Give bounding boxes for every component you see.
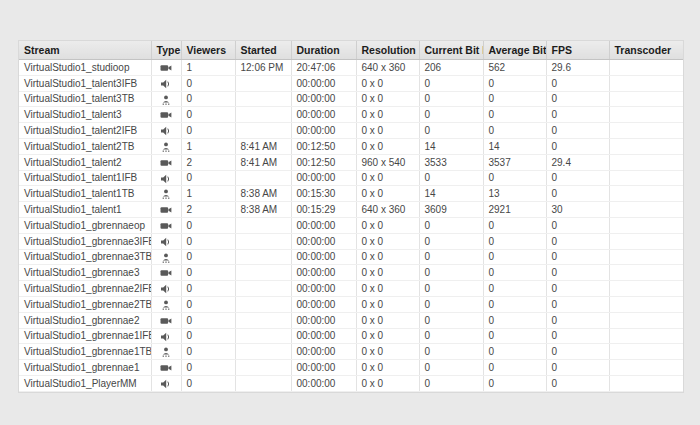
- cell-fps: 29.4: [546, 154, 609, 170]
- cell-started: [235, 91, 291, 107]
- cell-transcoder: [609, 328, 683, 344]
- table-row[interactable]: VirtualStudio1_gbrennae2IFB 0 00:00:00 0…: [19, 281, 683, 297]
- cell-current-bitrate: 0: [419, 233, 483, 249]
- cell-average-bitrate: 0: [483, 265, 546, 281]
- cell-started: [235, 107, 291, 123]
- cell-stream-type: [151, 217, 181, 233]
- cell-fps: 0: [546, 281, 609, 297]
- table-row[interactable]: VirtualStudio1_talent3TB 0 00:00:00 0 x …: [19, 91, 683, 107]
- cell-current-bitrate: 0: [419, 296, 483, 312]
- audio-speaker-icon: [160, 174, 172, 184]
- column-header-resolution[interactable]: Resolution: [356, 41, 419, 60]
- cell-viewers: 2: [181, 202, 235, 218]
- cell-resolution: 0 x 0: [356, 138, 419, 154]
- table-row[interactable]: VirtualStudio1_gbrennae1IFB 0 00:00:00 0…: [19, 328, 683, 344]
- table-row[interactable]: VirtualStudio1_gbrennae1 0 00:00:00 0 x …: [19, 360, 683, 376]
- cell-viewers: 2: [181, 154, 235, 170]
- cell-viewers: 0: [181, 312, 235, 328]
- video-camera-icon: [160, 158, 172, 168]
- column-header-viewers[interactable]: Viewers: [181, 41, 235, 60]
- cell-started: [235, 360, 291, 376]
- cell-stream-type: [151, 138, 181, 154]
- table-row[interactable]: VirtualStudio1_talent2IFB 0 00:00:00 0 x…: [19, 123, 683, 139]
- table-row[interactable]: VirtualStudio1_gbrennae3TB 0 00:00:00 0 …: [19, 249, 683, 265]
- talkback-person-icon: [160, 189, 172, 199]
- video-camera-icon: [160, 363, 172, 373]
- table-row[interactable]: VirtualStudio1_talent3 0 00:00:00 0 x 0 …: [19, 107, 683, 123]
- cell-stream-name: VirtualStudio1_talent3TB: [19, 91, 151, 107]
- cell-duration: 00:00:00: [291, 328, 356, 344]
- column-header-type[interactable]: Type: [151, 41, 181, 60]
- audio-speaker-icon: [160, 79, 172, 89]
- talkback-person-icon: [160, 347, 172, 357]
- cell-transcoder: [609, 202, 683, 218]
- table-row[interactable]: VirtualStudio1_talent1TB 1 8:38 AM 00:15…: [19, 186, 683, 202]
- column-header-transcoder[interactable]: Transcoder: [609, 41, 683, 60]
- cell-stream-name: VirtualStudio1_gbrennaeop: [19, 217, 151, 233]
- cell-stream-name: VirtualStudio1_talent3IFB: [19, 75, 151, 91]
- cell-duration: 00:00:00: [291, 107, 356, 123]
- cell-stream-name: VirtualStudio1_PlayerMM: [19, 375, 151, 391]
- cell-viewers: 0: [181, 91, 235, 107]
- cell-current-bitrate: 0: [419, 312, 483, 328]
- cell-stream-type: [151, 265, 181, 281]
- cell-started: [235, 344, 291, 360]
- cell-stream-type: [151, 233, 181, 249]
- cell-duration: 00:00:00: [291, 296, 356, 312]
- cell-stream-name: VirtualStudio1_gbrennae1TB: [19, 344, 151, 360]
- cell-transcoder: [609, 344, 683, 360]
- table-row[interactable]: VirtualStudio1_talent2 2 8:41 AM 00:12:5…: [19, 154, 683, 170]
- table-row[interactable]: VirtualStudio1_gbrennaeop 0 00:00:00 0 x…: [19, 217, 683, 233]
- column-header-current-bitrate[interactable]: Current Bit Rat...: [419, 41, 483, 60]
- cell-stream-type: [151, 312, 181, 328]
- cell-started: 12:06 PM: [235, 60, 291, 76]
- cell-average-bitrate: 0: [483, 360, 546, 376]
- cell-fps: 0: [546, 265, 609, 281]
- cell-stream-name: VirtualStudio1_talent2: [19, 154, 151, 170]
- cell-average-bitrate: 0: [483, 249, 546, 265]
- cell-viewers: 0: [181, 360, 235, 376]
- cell-fps: 0: [546, 312, 609, 328]
- table-row[interactable]: VirtualStudio1_gbrennae3 0 00:00:00 0 x …: [19, 265, 683, 281]
- cell-transcoder: [609, 249, 683, 265]
- table-row[interactable]: VirtualStudio1_talent2TB 1 8:41 AM 00:12…: [19, 138, 683, 154]
- cell-resolution: 0 x 0: [356, 265, 419, 281]
- table-row[interactable]: VirtualStudio1_talent1IFB 0 00:00:00 0 x…: [19, 170, 683, 186]
- table-row[interactable]: VirtualStudio1_studioop 1 12:06 PM 20:47…: [19, 60, 683, 76]
- cell-resolution: 0 x 0: [356, 312, 419, 328]
- cell-viewers: 0: [181, 217, 235, 233]
- table-row[interactable]: VirtualStudio1_gbrennae1TB 0 00:00:00 0 …: [19, 344, 683, 360]
- cell-viewers: 0: [181, 233, 235, 249]
- table-row[interactable]: VirtualStudio1_gbrennae2 0 00:00:00 0 x …: [19, 312, 683, 328]
- cell-stream-type: [151, 170, 181, 186]
- table-row[interactable]: VirtualStudio1_talent1 2 8:38 AM 00:15:2…: [19, 202, 683, 218]
- table-row[interactable]: VirtualStudio1_gbrennae3IFB 0 00:00:00 0…: [19, 233, 683, 249]
- table-row[interactable]: VirtualStudio1_PlayerMM 0 00:00:00 0 x 0…: [19, 375, 683, 391]
- column-header-started[interactable]: Started: [235, 41, 291, 60]
- cell-stream-name: VirtualStudio1_gbrennae2TB: [19, 296, 151, 312]
- cell-average-bitrate: 0: [483, 281, 546, 297]
- cell-stream-type: [151, 186, 181, 202]
- audio-speaker-icon: [160, 237, 172, 247]
- table-row[interactable]: VirtualStudio1_talent3IFB 0 00:00:00 0 x…: [19, 75, 683, 91]
- column-header-stream[interactable]: Stream: [19, 41, 151, 60]
- cell-fps: 0: [546, 170, 609, 186]
- column-header-average-bitrate[interactable]: Average Bit Ra...: [483, 41, 546, 60]
- cell-stream-name: VirtualStudio1_gbrennae2IFB: [19, 281, 151, 297]
- column-header-fps[interactable]: FPS: [546, 41, 609, 60]
- cell-current-bitrate: 0: [419, 91, 483, 107]
- cell-transcoder: [609, 375, 683, 391]
- cell-transcoder: [609, 360, 683, 376]
- cell-fps: 0: [546, 107, 609, 123]
- cell-current-bitrate: 0: [419, 281, 483, 297]
- cell-started: [235, 217, 291, 233]
- cell-viewers: 0: [181, 107, 235, 123]
- cell-stream-type: [151, 344, 181, 360]
- cell-transcoder: [609, 296, 683, 312]
- column-header-duration[interactable]: Duration: [291, 41, 356, 60]
- table-row[interactable]: VirtualStudio1_gbrennae2TB 0 00:00:00 0 …: [19, 296, 683, 312]
- cell-duration: 00:00:00: [291, 233, 356, 249]
- cell-stream-name: VirtualStudio1_studioop: [19, 60, 151, 76]
- cell-viewers: 1: [181, 60, 235, 76]
- cell-started: 8:41 AM: [235, 154, 291, 170]
